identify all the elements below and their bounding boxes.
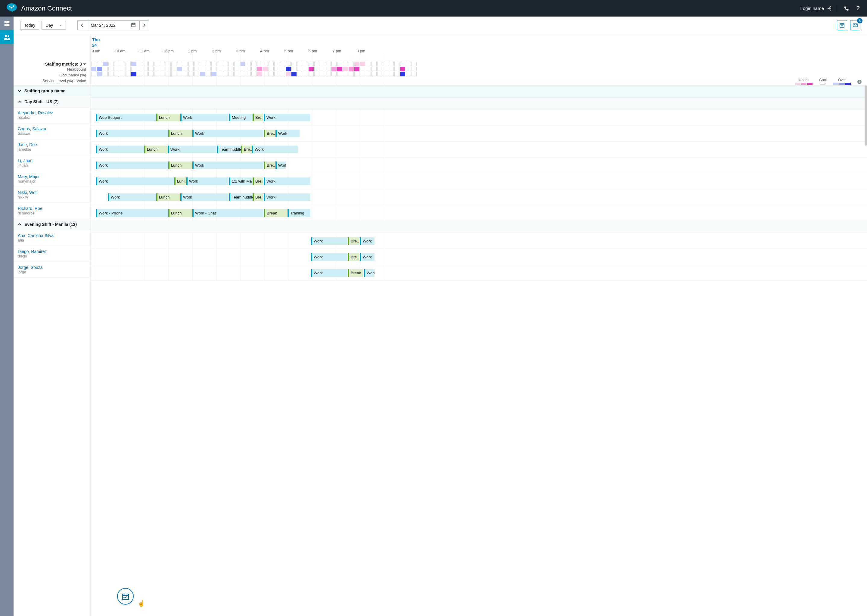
scrollbar[interactable] [865,85,867,146]
phone-icon[interactable] [843,5,850,11]
segment-training[interactable]: Training [287,209,311,217]
segment-break[interactable]: Break [348,269,363,277]
next-day-button[interactable] [139,20,149,30]
metric-cell [303,72,308,76]
segment-work[interactable]: Work [276,162,286,169]
segment-work[interactable]: Work [264,114,311,121]
agent-row[interactable]: Richard, Roerichardroe [14,203,90,219]
view-dropdown[interactable]: Day [41,21,66,30]
date-display[interactable]: Mar 24, 2022 [87,20,139,30]
agent-row[interactable]: Nikki, Wolfnikkiw [14,187,90,203]
metric-cell [286,62,291,66]
segment-work[interactable]: Work [96,178,174,185]
metrics-fab[interactable] [117,588,134,605]
amazon-connect-logo-icon [6,3,17,14]
notification-badge: 5 [857,18,862,24]
segment-break[interactable]: Bre.. [252,178,263,185]
segment-break[interactable]: Bre.. [252,114,263,121]
metric-cell [268,62,274,66]
segment-work[interactable]: Work [264,178,311,185]
metric-cell [120,72,125,76]
segment-work[interactable]: Work [96,146,144,153]
today-button[interactable]: Today [20,21,39,30]
segment-lunch[interactable]: Lunch [144,146,168,153]
segment-work[interactable]: Work [252,146,298,153]
metric-cell [400,72,405,76]
agent-row[interactable]: Li, Juanlihuan [14,155,90,171]
inbox-button[interactable]: 5 [850,20,861,30]
segment-work[interactable]: Work - Phone [96,209,168,217]
segment-meeting[interactable]: Team huddle [229,193,252,201]
nav-staffing[interactable] [0,30,14,44]
agent-row[interactable]: Diego, Ramirezdiego [14,246,90,262]
segment-work[interactable]: Work [192,162,263,169]
metric-cell [286,67,291,71]
segment-work[interactable]: Work [360,253,375,261]
segment-work[interactable]: Work [360,237,375,245]
help-icon[interactable]: ? [855,5,861,11]
segment-work[interactable]: Work [311,253,347,261]
segment-lunch[interactable]: Lunch [156,193,180,201]
segment-lunch[interactable]: Lunch [168,162,192,169]
segment-break[interactable]: Bre.. [241,146,252,153]
metric-cell [268,67,274,71]
svg-rect-5 [4,24,6,25]
agent-row[interactable]: Jorge, Souzajorge [14,262,90,278]
segment-work[interactable]: Web Support [96,114,156,121]
metric-cell [200,67,205,71]
segment-lunch[interactable]: Lunch [168,130,192,137]
metric-cell [292,72,296,76]
segment-work[interactable]: Work [192,130,263,137]
agent-row[interactable]: Mary, Majormarymajor [14,171,90,187]
timeline-row: WorkBre..Work [91,233,867,249]
agent-name: Diego, Ramirez [18,249,86,254]
agent-row[interactable]: Ana, Carolina Silvaana [14,230,90,246]
segment-work[interactable]: Work [276,130,300,137]
group-header[interactable]: Evening Shift - Manila (12) [14,219,90,230]
info-icon[interactable]: i [858,80,862,84]
segment-break[interactable]: Bre.. [264,162,275,169]
segment-meeting[interactable]: Meeting [229,114,252,121]
publish-schedule-button[interactable] [837,20,847,30]
timeline-row: WorkBre..Work [91,249,867,265]
segment-work[interactable]: Work [264,193,311,201]
metric-cell [251,62,257,66]
segment-work[interactable]: Work [96,162,168,169]
metrics-dropdown[interactable]: Staffing metrics: 3 [14,62,86,66]
segment-work[interactable]: Work - Chat [192,209,263,217]
segment-meeting[interactable]: 1:1 with Ma.. [229,178,252,185]
segment-break[interactable]: Bre.. [348,253,359,261]
prev-day-button[interactable] [77,20,87,30]
segment-work[interactable]: Work [96,130,168,137]
agent-row[interactable]: Alejandro, Rosalezrosalez [14,107,90,123]
segment-work[interactable]: Work [364,269,375,277]
metric-cell [246,72,251,76]
svg-rect-3 [4,21,6,23]
segment-work[interactable]: Work [168,146,216,153]
login-name-button[interactable]: Login name [801,5,832,11]
segment-break[interactable]: Bre.. [252,193,263,201]
svg-rect-11 [123,594,129,599]
metric-cell [109,62,113,66]
segment-break[interactable]: Break [264,209,287,217]
segment-work[interactable]: Work [108,193,156,201]
segment-break[interactable]: Bre.. [264,130,275,137]
metric-cell [257,72,262,76]
group-title[interactable]: Staffing group name [14,86,90,96]
segment-work[interactable]: Work [180,193,229,201]
segment-lunch[interactable]: Lun.. [174,178,186,185]
segment-meeting[interactable]: Team huddle [217,146,241,153]
segment-work[interactable]: Work [186,178,229,185]
group-header[interactable]: Day Shift - US (7) [14,96,90,107]
segment-lunch[interactable]: Lunch [168,209,192,217]
segment-work[interactable]: Work [311,269,347,277]
segment-work[interactable]: Work [311,237,347,245]
metric-cell [188,62,194,66]
chevron-down-icon [83,63,86,65]
segment-break[interactable]: Bre.. [348,237,359,245]
agent-row[interactable]: Carlos, SalazarSalazar [14,123,90,139]
segment-lunch[interactable]: Lunch [156,114,180,121]
segment-work[interactable]: Work [180,114,229,121]
nav-dashboard[interactable] [0,17,14,30]
agent-row[interactable]: Jane, Doejanedoe [14,139,90,155]
